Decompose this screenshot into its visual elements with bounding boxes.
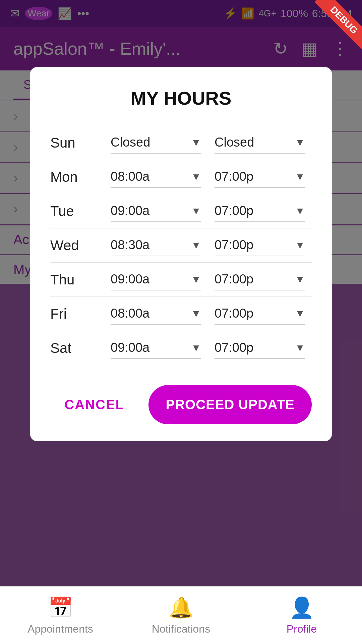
cancel-button[interactable]: CANCEL [50,385,138,424]
day-label-sat: Sat [50,340,104,356]
open-dropdown-arrow-thu: ▼ [191,274,201,285]
close-dropdown-arrow-tue: ▼ [295,205,305,217]
open-time-mon[interactable]: 08:00a▼ [111,166,201,188]
hours-row-fri: Fri08:00a▼07:00p▼ [50,297,312,331]
open-time-value-fri: 08:00a [111,306,149,321]
open-dropdown-arrow-mon: ▼ [191,171,201,182]
close-time-value-tue: 07:00p [215,204,253,218]
close-dropdown-arrow-fri: ▼ [295,308,305,319]
open-time-value-sun: Closed [111,135,150,150]
hours-row-tue: Tue09:00a▼07:00p▼ [50,194,312,228]
dialog-title: MY HOURS [50,87,312,109]
close-time-fri[interactable]: 07:00p▼ [215,303,305,325]
day-label-wed: Wed [50,237,104,254]
hours-row-mon: Mon08:00a▼07:00p▼ [50,160,312,194]
open-dropdown-arrow-fri: ▼ [191,308,201,319]
close-time-wed[interactable]: 07:00p▼ [215,234,305,256]
open-time-wed[interactable]: 08:30a▼ [111,234,201,256]
hours-row-thu: Thu09:00a▼07:00p▼ [50,263,312,297]
close-dropdown-arrow-sun: ▼ [295,137,305,148]
open-time-value-wed: 08:30a [111,238,149,252]
notifications-icon: 🔔 [169,596,194,620]
open-dropdown-arrow-tue: ▼ [191,205,201,217]
dialog-buttons: CANCEL PROCEED UPDATE [50,385,312,424]
open-time-value-mon: 08:00a [111,169,149,184]
close-time-mon[interactable]: 07:00p▼ [215,166,305,188]
open-time-value-tue: 09:00a [111,204,149,218]
debug-ribbon: DEBUG [308,0,362,54]
open-dropdown-arrow-sat: ▼ [191,342,201,354]
debug-label: DEBUG [314,0,362,50]
close-time-value-thu: 07:00p [215,272,253,286]
open-time-value-sat: 09:00a [111,340,149,355]
bottom-navigation: 📅 Appointments 🔔 Notifications 👤 Profile [0,586,362,644]
day-label-sun: Sun [50,135,104,151]
appointments-label: Appointments [27,623,93,635]
close-time-thu[interactable]: 07:00p▼ [215,269,305,290]
proceed-update-button[interactable]: PROCEED UPDATE [148,385,312,424]
close-time-value-wed: 07:00p [215,238,253,252]
notifications-label: Notifications [152,623,210,635]
hours-table: SunClosed▼Closed▼Mon08:00a▼07:00p▼Tue09:… [50,126,312,365]
nav-notifications[interactable]: 🔔 Notifications [121,596,241,635]
open-time-sun[interactable]: Closed▼ [111,132,201,154]
open-time-thu[interactable]: 09:00a▼ [111,269,201,290]
close-dropdown-arrow-wed: ▼ [295,239,305,251]
open-dropdown-arrow-wed: ▼ [191,239,201,251]
nav-profile[interactable]: 👤 Profile [241,596,362,635]
close-time-sat[interactable]: 07:00p▼ [215,337,305,359]
open-time-tue[interactable]: 09:00a▼ [111,200,201,222]
open-time-sat[interactable]: 09:00a▼ [111,337,201,359]
day-label-thu: Thu [50,272,104,288]
close-time-sun[interactable]: Closed▼ [215,132,305,154]
profile-icon: 👤 [289,596,314,620]
nav-appointments[interactable]: 📅 Appointments [0,596,121,635]
close-time-value-sun: Closed [215,135,254,150]
open-time-fri[interactable]: 08:00a▼ [111,303,201,325]
close-time-value-mon: 07:00p [215,169,253,184]
close-time-tue[interactable]: 07:00p▼ [215,200,305,222]
close-dropdown-arrow-mon: ▼ [295,171,305,182]
day-label-fri: Fri [50,306,104,322]
hours-row-sat: Sat09:00a▼07:00p▼ [50,331,312,365]
my-hours-dialog: MY HOURS SunClosed▼Closed▼Mon08:00a▼07:0… [30,67,332,441]
profile-label: Profile [287,623,317,635]
day-label-mon: Mon [50,169,104,185]
day-label-tue: Tue [50,203,104,219]
hours-row-wed: Wed08:30a▼07:00p▼ [50,228,312,263]
hours-row-sun: SunClosed▼Closed▼ [50,126,312,160]
close-dropdown-arrow-sat: ▼ [295,342,305,354]
appointments-icon: 📅 [48,596,73,620]
close-dropdown-arrow-thu: ▼ [295,274,305,285]
close-time-value-sat: 07:00p [215,340,253,355]
close-time-value-fri: 07:00p [215,306,253,321]
open-time-value-thu: 09:00a [111,272,149,286]
open-dropdown-arrow-sun: ▼ [191,137,201,148]
